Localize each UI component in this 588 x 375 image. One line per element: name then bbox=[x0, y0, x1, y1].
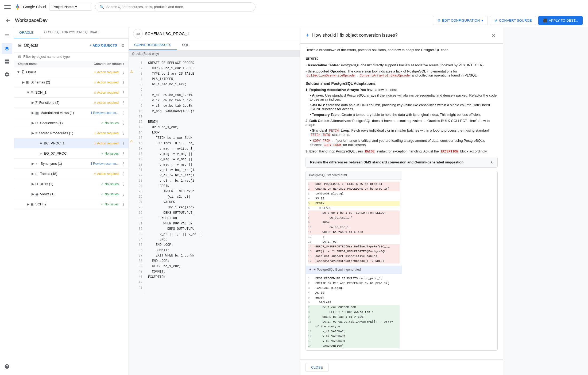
tab-cloud-sql[interactable]: CLOUD SQL FOR POSTGRESQL DRAFT bbox=[39, 27, 105, 38]
view-icon: ◉ bbox=[35, 192, 38, 196]
table-icon: ⊟ bbox=[35, 172, 38, 176]
tree-container[interactable]: ▼ 🗄 Oracle ⚠ Action required ⋮ ▶ ⊞ Schem… bbox=[14, 67, 129, 375]
tree-row[interactable]: ▶ ⊞ Schemas (2) ⚠ Action required ⋮ bbox=[14, 77, 129, 87]
more-options-icon[interactable]: ⋮ bbox=[121, 141, 126, 146]
fetch-into-code: FETCH INTO bbox=[310, 133, 331, 137]
code-content[interactable]: Oracle (Read only) ⚠ bbox=[129, 50, 300, 375]
more-options-icon[interactable]: ⋮ bbox=[121, 70, 126, 75]
more-options-icon[interactable]: ⋮ bbox=[121, 80, 126, 85]
schema-icon: ⊞ bbox=[30, 90, 34, 95]
status-badge: ✓ No issues bbox=[99, 202, 121, 207]
line-numbers: 12345 678910 1112131415 1617181920 21222… bbox=[134, 57, 145, 294]
more-options-icon[interactable]: ⋮ bbox=[121, 110, 126, 115]
comp-line: 13 bc_1_rec bbox=[308, 239, 400, 244]
schema-icon: ⊞ bbox=[26, 80, 29, 85]
sidebar-help-icon[interactable] bbox=[2, 361, 12, 372]
code-body: CREATE OR REPLACE PROCED CURSOR bc_1_cur… bbox=[145, 57, 300, 294]
comp-line: 14ERROR_UNSUPPORTED(UserDefinedTypeRef(B… bbox=[308, 244, 400, 249]
expand-arrow-icon: ▼ bbox=[26, 90, 30, 95]
gutter-line bbox=[130, 90, 133, 96]
convert-source-button[interactable]: ⇄ CONVERT SOURCE bbox=[490, 16, 536, 25]
objects-grid-icon: ⊟ bbox=[18, 43, 22, 48]
more-options-icon[interactable]: ⋮ bbox=[121, 171, 126, 176]
gutter-line bbox=[130, 128, 133, 133]
workspace-title: WorkspaceDev bbox=[15, 18, 48, 23]
more-options-icon[interactable]: ⋮ bbox=[121, 161, 126, 166]
status-badge: ✓ No issues bbox=[99, 182, 121, 186]
tree-row-selected[interactable]: ≡ BC_PROC_1 ⚠ Action required ⋮ bbox=[14, 138, 129, 148]
tree-row[interactable]: ▶ ⊟ Tables (48) ⚠ Action required ⋮ bbox=[14, 169, 129, 179]
gutter-line bbox=[130, 106, 133, 112]
solution-1-bullet-2: JSONB: Store the data as a JSONB column,… bbox=[310, 103, 498, 111]
error-item-2: • Unsupported Opcodes: The conversion to… bbox=[305, 69, 498, 78]
tab-conversion-issues[interactable]: CONVERSION ISSUES bbox=[129, 40, 177, 50]
apply-to-dest-button[interactable]: ⬛ APPLY TO DEST... bbox=[538, 16, 583, 25]
tab-oracle[interactable]: ORACLE bbox=[14, 27, 39, 38]
tab-sql[interactable]: SQL bbox=[177, 40, 194, 50]
edit-configuration-button[interactable]: ⚙ EDIT CONFIGURATION ▾ bbox=[433, 16, 488, 25]
tree-row[interactable]: ▶ ↔ Synonyms (1) ℹ Review recomm... ⋮ bbox=[14, 159, 129, 169]
search-bar[interactable]: 🔍 Search (/) for resources, docs, produc… bbox=[95, 2, 256, 12]
comp-line: 6 DECLARE bbox=[308, 206, 400, 211]
tree-row[interactable]: ≡ EG_07_PROC ✓ No issues ⋮ bbox=[14, 148, 129, 159]
more-options-icon[interactable]: ⋮ bbox=[121, 202, 126, 207]
comp-line: 9 FROM bbox=[308, 220, 400, 225]
error-text-2: The conversion tool indicates a lack of … bbox=[347, 69, 457, 73]
more-options-icon[interactable]: ⋮ bbox=[121, 131, 126, 136]
expand-arrow-icon: ▼ bbox=[16, 70, 21, 75]
sidebar-layers-icon[interactable] bbox=[2, 43, 12, 54]
expand-panel-icon[interactable]: ⇄ bbox=[133, 29, 143, 39]
collapsible-title-text: Review the differences between DMS stand… bbox=[310, 160, 463, 164]
tree-node-label: Tables (48) bbox=[40, 172, 91, 176]
status-badge: ⚠ Action required bbox=[91, 80, 121, 85]
comp-line: of the rowtype bbox=[308, 324, 400, 329]
copy-from-code: COPY FROM bbox=[312, 139, 331, 143]
tree-row[interactable]: ▶ U UDTs (1) ✓ No issues ⋮ bbox=[14, 179, 129, 189]
google-cloud-text: Google Cloud bbox=[23, 5, 46, 9]
close-button[interactable]: ✕ bbox=[489, 31, 498, 40]
status-badge: ⚠ Action required bbox=[91, 171, 121, 176]
ai-content[interactable]: Here's a breakdown of the errors, potent… bbox=[300, 44, 503, 359]
more-options-icon[interactable]: ⋮ bbox=[121, 192, 126, 197]
tree-row[interactable]: ▼ 🗄 Oracle ⚠ Action required ⋮ bbox=[14, 67, 129, 77]
tree-row[interactable]: ▶ ⊞ SCH_2 ✓ No issues ⋮ bbox=[14, 199, 129, 209]
more-options-icon[interactable]: ⋮ bbox=[121, 100, 126, 105]
error-label-2: Unsupported Opcodes: bbox=[308, 69, 347, 73]
filter-input[interactable] bbox=[23, 55, 124, 59]
close-footer-button[interactable]: CLOSE bbox=[305, 363, 328, 372]
hamburger-menu[interactable] bbox=[4, 4, 11, 10]
sidebar-settings-icon[interactable] bbox=[2, 69, 12, 80]
gutter-line bbox=[130, 85, 133, 90]
add-icon: + bbox=[90, 43, 92, 47]
objects-options-icon[interactable]: ⊡ bbox=[121, 43, 124, 47]
error-item-1: • Associative Tables: PostgreSQL doesn't… bbox=[305, 63, 498, 67]
code-view: ⚠ ⚠ 12345 678910 bbox=[129, 57, 300, 294]
add-objects-button[interactable]: + ADD OBJECTS bbox=[87, 42, 119, 49]
comp-line: 3LANGUAGE plpgsql bbox=[308, 191, 400, 196]
tree-row[interactable]: ▶ ≡ Stored Procedures (1) ⚠ Action requi… bbox=[14, 128, 129, 138]
dropdown-arrow-icon: ▾ bbox=[75, 5, 77, 9]
tree-row[interactable]: ▶ ▦ Materialized views (1) ℹ Review reco… bbox=[14, 108, 129, 118]
more-options-icon[interactable]: ⋮ bbox=[121, 90, 126, 95]
tree-row[interactable]: ▶ Σ Functions (2) ⚠ Action required ⋮ bbox=[14, 98, 129, 108]
gutter-line bbox=[130, 112, 133, 117]
more-options-icon[interactable]: ⋮ bbox=[121, 151, 126, 156]
standard-draft-label: PostgreSQL standard draft bbox=[309, 173, 347, 177]
more-options-icon[interactable]: ⋮ bbox=[121, 120, 126, 125]
project-selector[interactable]: Project Name ▾ bbox=[49, 3, 92, 11]
gutter-line bbox=[130, 80, 133, 85]
error-text-1: PostgreSQL doesn't directly support Orac… bbox=[341, 63, 485, 67]
tree-row[interactable]: ▶ ⟳ Sequences (1) ✓ No issues ⋮ bbox=[14, 118, 129, 128]
comparison-collapsible[interactable]: Review the differences between DMS stand… bbox=[305, 157, 498, 168]
sidebar-grid-icon[interactable] bbox=[2, 56, 12, 67]
comparison-left-header: PostgreSQL standard draft bbox=[306, 171, 402, 179]
more-options-icon[interactable]: ⋮ bbox=[121, 181, 126, 186]
exception-code: EXCEPTION bbox=[440, 150, 459, 154]
tree-row[interactable]: ▼ ⊞ SCH_1 ⚠ Action required ⋮ bbox=[14, 87, 129, 98]
sidebar-menu-icon[interactable] bbox=[2, 30, 12, 41]
code-1: CollectionOverwriteOpcode bbox=[305, 74, 356, 78]
tree-row[interactable]: ▶ ◉ Views (1) ✓ No issues ⋮ bbox=[14, 189, 129, 199]
procedure-icon: ≡ bbox=[40, 151, 42, 156]
fetch-code: FETCH bbox=[328, 129, 340, 133]
back-button[interactable] bbox=[5, 18, 11, 23]
